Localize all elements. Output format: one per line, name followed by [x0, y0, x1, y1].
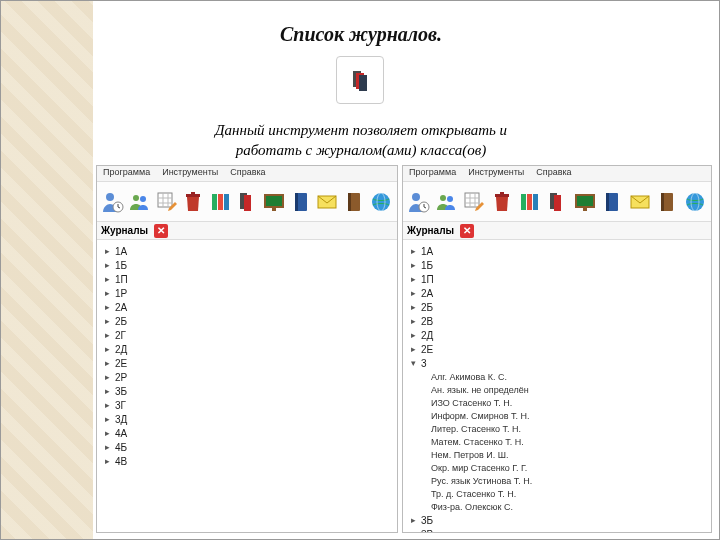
brown-book-icon[interactable]	[341, 187, 367, 217]
green-board-icon[interactable]	[571, 187, 598, 217]
chevron-right-icon[interactable]: ▸	[409, 260, 418, 270]
tree-leaf[interactable]: Рус. язык Устинова Т. Н.	[431, 474, 705, 487]
tree-node[interactable]: ▸1Р	[103, 286, 391, 300]
chevron-right-icon[interactable]: ▸	[409, 302, 418, 312]
tree-leaf[interactable]: Тр. д. Стасенко Т. Н.	[431, 487, 705, 500]
mail-icon[interactable]	[315, 187, 341, 217]
tree-node[interactable]: ▸2Е	[409, 342, 705, 356]
chevron-right-icon[interactable]: ▸	[103, 316, 112, 326]
tree-node[interactable]: ▸1Б	[409, 258, 705, 272]
chevron-right-icon[interactable]: ▸	[103, 274, 112, 284]
tree-leaf[interactable]: Физ-ра. Олексюк С.	[431, 500, 705, 513]
tree-node[interactable]: ▸2А	[103, 300, 391, 314]
globe-icon[interactable]	[368, 187, 394, 217]
tree-leaf[interactable]: Окр. мир Стасенко Г. Г.	[431, 461, 705, 474]
chevron-right-icon[interactable]: ▸	[103, 358, 112, 368]
blue-book-icon[interactable]	[599, 187, 626, 217]
menu-program[interactable]: Программа	[409, 167, 456, 180]
people-icon[interactable]	[127, 187, 153, 217]
chevron-right-icon[interactable]: ▸	[409, 344, 418, 354]
chevron-right-icon[interactable]: ▸	[103, 400, 112, 410]
tree-leaf[interactable]: ИЗО Стасенко Т. Н.	[431, 396, 705, 409]
tree-node[interactable]: ▸4А	[103, 426, 391, 440]
red-trash-icon[interactable]	[489, 187, 516, 217]
tree-node[interactable]: ▸2Р	[103, 370, 391, 384]
red-trash-icon[interactable]	[180, 187, 206, 217]
tree-node[interactable]: ▸4В	[103, 454, 391, 468]
chevron-right-icon[interactable]: ▸	[103, 372, 112, 382]
chevron-right-icon[interactable]: ▸	[103, 428, 112, 438]
close-icon[interactable]: ✕	[154, 224, 168, 238]
person-clock-icon[interactable]	[100, 187, 126, 217]
tree-right[interactable]: ▸1А▸1Б▸1П▸2А▸2Б▸2В▸2Д▸2Е▾3Алг. Акимова К…	[403, 240, 711, 532]
tree-leaf[interactable]: Литер. Стасенко Т. Н.	[431, 422, 705, 435]
close-icon[interactable]: ✕	[460, 224, 474, 238]
chevron-right-icon[interactable]: ▸	[409, 316, 418, 326]
chevron-right-icon[interactable]: ▸	[103, 330, 112, 340]
chevron-right-icon[interactable]: ▸	[103, 260, 112, 270]
chevron-right-icon[interactable]: ▸	[409, 246, 418, 256]
tree-node[interactable]: ▸3В	[409, 527, 705, 532]
menu-program[interactable]: Программа	[103, 167, 150, 180]
tree-leaf[interactable]: Информ. Смирнов Т. Н.	[431, 409, 705, 422]
mail-icon[interactable]	[626, 187, 653, 217]
tree-node[interactable]: ▾3	[409, 356, 705, 370]
tree-node[interactable]: ▸2А	[409, 286, 705, 300]
chevron-right-icon[interactable]: ▸	[409, 330, 418, 340]
journals-icon[interactable]	[544, 187, 571, 217]
people-icon[interactable]	[434, 187, 461, 217]
tree-leaf[interactable]: Ан. язык. не определён	[431, 383, 705, 396]
tree-node[interactable]: ▸1А	[409, 244, 705, 258]
menu-tools[interactable]: Инструменты	[162, 167, 218, 180]
chevron-right-icon[interactable]: ▸	[103, 414, 112, 424]
tree-node-label: 2Е	[421, 344, 433, 355]
grid-pencil-icon[interactable]	[154, 187, 180, 217]
tree-node[interactable]: ▸1П	[409, 272, 705, 286]
tree-node[interactable]: ▸1Б	[103, 258, 391, 272]
blue-book-icon[interactable]	[288, 187, 314, 217]
svg-rect-16	[272, 207, 276, 211]
tree-node[interactable]: ▸2Е	[103, 356, 391, 370]
chevron-right-icon[interactable]: ▸	[409, 515, 418, 525]
globe-icon[interactable]	[681, 187, 708, 217]
tree-node[interactable]: ▸2В	[409, 314, 705, 328]
menu-tools[interactable]: Инструменты	[468, 167, 524, 180]
tree-leaf[interactable]: Алг. Акимова К. С.	[431, 370, 705, 383]
chevron-right-icon[interactable]: ▸	[103, 246, 112, 256]
tree-node[interactable]: ▸2Б	[103, 314, 391, 328]
chevron-right-icon[interactable]: ▸	[103, 344, 112, 354]
person-clock-icon[interactable]	[406, 187, 433, 217]
journals-icon[interactable]	[234, 187, 260, 217]
chevron-right-icon[interactable]: ▸	[103, 288, 112, 298]
tree-node[interactable]: ▸2Б	[409, 300, 705, 314]
tree-node[interactable]: ▸4Б	[103, 440, 391, 454]
green-board-icon[interactable]	[261, 187, 287, 217]
chevron-down-icon[interactable]: ▾	[409, 358, 418, 368]
tree-node[interactable]: ▸3Д	[103, 412, 391, 426]
books-icon[interactable]	[207, 187, 233, 217]
tree-leaf[interactable]: Нем. Петров И. Ш.	[431, 448, 705, 461]
tree-node[interactable]: ▸3Б	[409, 513, 705, 527]
tree-node[interactable]: ▸1А	[103, 244, 391, 258]
menu-help[interactable]: Справка	[536, 167, 571, 180]
chevron-right-icon[interactable]: ▸	[103, 456, 112, 466]
tree-node[interactable]: ▸1П	[103, 272, 391, 286]
desc-line1: Данный инструмент позволяет открывать и	[215, 122, 507, 138]
chevron-right-icon[interactable]: ▸	[409, 288, 418, 298]
tree-node[interactable]: ▸3Б	[103, 384, 391, 398]
brown-book-icon[interactable]	[654, 187, 681, 217]
books-icon[interactable]	[516, 187, 543, 217]
tree-node[interactable]: ▸3Г	[103, 398, 391, 412]
chevron-right-icon[interactable]: ▸	[103, 302, 112, 312]
tree-node[interactable]: ▸2Д	[409, 328, 705, 342]
tree-node[interactable]: ▸2Г	[103, 328, 391, 342]
grid-pencil-icon[interactable]	[461, 187, 488, 217]
menu-help[interactable]: Справка	[230, 167, 265, 180]
chevron-right-icon[interactable]: ▸	[103, 386, 112, 396]
chevron-right-icon[interactable]: ▸	[409, 529, 418, 532]
tree-node[interactable]: ▸2Д	[103, 342, 391, 356]
tree-left[interactable]: ▸1А▸1Б▸1П▸1Р▸2А▸2Б▸2Г▸2Д▸2Е▸2Р▸3Б▸3Г▸3Д▸…	[97, 240, 397, 532]
chevron-right-icon[interactable]: ▸	[409, 274, 418, 284]
chevron-right-icon[interactable]: ▸	[103, 442, 112, 452]
tree-leaf[interactable]: Матем. Стасенко Т. Н.	[431, 435, 705, 448]
